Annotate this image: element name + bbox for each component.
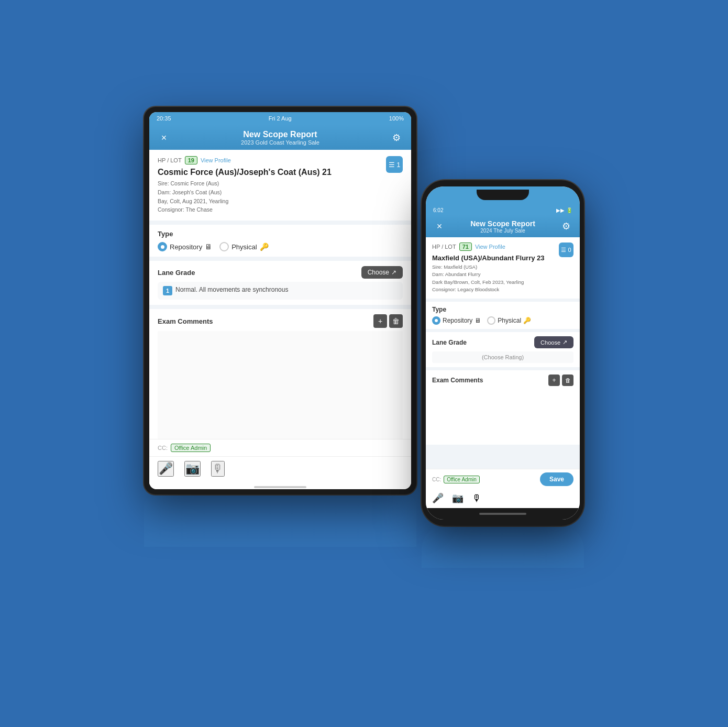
phone-reflection — [422, 526, 584, 568]
tablet-reflection — [144, 494, 416, 547]
phone-lot-badge: 71 — [459, 243, 472, 251]
phone-delete-comment-button[interactable]: 🗑 — [562, 374, 573, 386]
tablet-list-icon[interactable]: ☰ 1 — [386, 156, 403, 173]
phone-monitor-icon: 🖥 — [475, 317, 481, 324]
phone-add-del-buttons: + 🗑 — [548, 374, 573, 386]
tablet-toolbar: 🎤 📷 🎙 — [149, 456, 411, 485]
phone-voice-button[interactable]: 🎙 — [472, 493, 481, 504]
phone-hp-lot-label: HP / LOT — [432, 244, 456, 250]
tablet-repository-radio[interactable] — [158, 242, 167, 251]
tablet-type-options: Repository 🖥 Physical 🔑 — [158, 242, 403, 251]
phone-sire: Sire: Maxfield (USA) — [432, 263, 545, 271]
tablet-type-section: Type Repository 🖥 Physical 🔑 — [149, 225, 411, 257]
tablet-choose-button[interactable]: Choose ↗ — [361, 266, 403, 279]
tablet-repository-label: Repository — [170, 243, 202, 251]
tablet-content: HP / LOT 19 View Profile Cosmic Force (A… — [149, 150, 411, 439]
tablet-physical-radio[interactable] — [219, 242, 229, 251]
phone-list-icon[interactable]: ☰ 0 — [559, 243, 573, 257]
tablet-voice-button[interactable]: 🎙 — [211, 461, 225, 477]
tablet-lot-badge: 19 — [185, 156, 197, 164]
phone-notch — [477, 190, 529, 200]
phone-exam-comments-header: Exam Comments + 🗑 — [432, 374, 573, 386]
phone-voice-icon: 🎙 — [472, 493, 481, 503]
phone-view-profile-link[interactable]: View Profile — [475, 244, 505, 250]
phone-lane-grade-header: Lane Grade Choose ↗ — [432, 336, 573, 348]
tablet-camera-button[interactable]: 📷 — [184, 461, 201, 477]
phone-notch-area — [426, 186, 580, 205]
tablet-hp-lot-label: HP / LOT — [158, 157, 182, 163]
phone-repository-label: Repository — [443, 317, 472, 324]
tablet-exam-comments-section: Exam Comments + 🗑 — [149, 309, 411, 439]
tablet-status-bar: 20:35 Fri 2 Aug 100% — [149, 112, 411, 125]
phone-type-section: Type Repository 🖥 Physical 🔑 — [426, 302, 580, 329]
phone-add-comment-button[interactable]: + — [548, 374, 560, 386]
tablet-add-comment-button[interactable]: + — [373, 314, 387, 328]
tablet-cc-badge: Office Admin — [171, 444, 211, 452]
tablet-device: 20:35 Fri 2 Aug 100% × New Scope Report … — [144, 107, 416, 494]
tablet-footer: CC: Office Admin — [149, 439, 411, 456]
phone-dam: Dam: Abundant Flurry — [432, 271, 545, 278]
phone-status-bar: 6:02 ▶▶ 🔋 — [426, 205, 580, 215]
phone-cc-row: CC: Office Admin — [432, 476, 480, 483]
phone-type-options: Repository 🖥 Physical 🔑 — [432, 316, 573, 325]
phone-key-icon: 🔑 — [523, 317, 531, 324]
tablet-repository-option[interactable]: Repository 🖥 — [158, 242, 212, 251]
tablet-mic-icon: 🎤 — [159, 462, 173, 475]
tablet-dam: Dam: Joseph's Coat (Aus) — [158, 188, 332, 197]
phone-screen: 6:02 ▶▶ 🔋 × New Scope Report 2024 The Ju… — [426, 186, 580, 520]
phone-battery: ▶▶ 🔋 — [556, 207, 572, 213]
phone-save-button[interactable]: Save — [540, 472, 573, 486]
phone-footer: CC: Office Admin Save — [426, 469, 580, 489]
tablet-header: × New Scope Report 2023 Gold Coast Yearl… — [149, 125, 411, 150]
phone-choose-arrow-icon: ↗ — [562, 339, 567, 346]
tablet-mic-button[interactable]: 🎤 — [158, 461, 174, 477]
phone-hp-lot-row: HP / LOT 71 View Profile — [432, 243, 545, 251]
phone-settings-button[interactable]: ⚙ — [559, 219, 573, 234]
tablet-exam-comments-header: Exam Comments + 🗑 — [158, 314, 403, 328]
phone-camera-button[interactable]: 📷 — [452, 492, 464, 504]
phone-home-bar — [426, 508, 580, 520]
tablet-time: 20:35 — [157, 115, 171, 122]
phone-physical-option[interactable]: Physical 🔑 — [487, 316, 531, 325]
tablet-delete-comment-button[interactable]: 🗑 — [389, 314, 403, 328]
tablet-cc-label: CC: — [158, 445, 168, 451]
tablet-grade-display: 1 Normal. All movements are synchronous — [158, 282, 403, 300]
tablet-header-title: New Scope Report 2023 Gold Coast Yearlin… — [171, 130, 389, 146]
tablet-voice-icon: 🎙 — [212, 462, 224, 475]
phone-repository-option[interactable]: Repository 🖥 — [432, 316, 481, 325]
tablet-view-profile-link[interactable]: View Profile — [201, 157, 231, 163]
tablet-close-button[interactable]: × — [157, 130, 171, 145]
phone-horse-name: Maxfield (USA)/Abundant Flurry 23 — [432, 254, 545, 262]
phone-choose-rating: (Choose Rating) — [432, 351, 573, 363]
tablet-settings-button[interactable]: ⚙ — [389, 130, 404, 145]
phone-home-indicator — [479, 513, 526, 515]
tablet-choose-arrow-icon: ↗ — [391, 269, 396, 276]
tablet-cc-row: CC: Office Admin — [158, 444, 211, 452]
phone-sale-subtitle: 2024 The July Sale — [447, 228, 559, 234]
tablet-exam-comments-title: Exam Comments — [158, 317, 213, 325]
phone-camera-icon: 📷 — [452, 493, 464, 503]
phone-details: Dark Bay/Brown, Colt, Feb 2023, Yearling — [432, 279, 545, 286]
tablet-lane-grade-header: Lane Grade Choose ↗ — [158, 266, 403, 279]
phone-horse-section: HP / LOT 71 View Profile Maxfield (USA)/… — [426, 237, 580, 299]
phone-repository-radio[interactable] — [432, 316, 440, 325]
tablet-list-count: ☰ 1 — [389, 161, 401, 169]
tablet-monitor-icon: 🖥 — [205, 243, 212, 251]
phone-close-button[interactable]: × — [432, 219, 447, 234]
phone-device: 6:02 ▶▶ 🔋 × New Scope Report 2024 The Ju… — [422, 180, 584, 526]
phone-comments-area — [432, 388, 573, 440]
phone-lane-grade-section: Lane Grade Choose ↗ (Choose Rating) — [426, 332, 580, 367]
tablet-camera-icon: 📷 — [185, 462, 200, 475]
phone-physical-radio[interactable] — [487, 316, 495, 325]
phone-lane-grade-title: Lane Grade — [432, 339, 467, 346]
phone-report-title: New Scope Report — [447, 219, 559, 228]
phone-horse-details: Sire: Maxfield (USA) Dam: Abundant Flurr… — [432, 263, 545, 293]
phone-mic-button[interactable]: 🎤 — [432, 492, 444, 504]
tablet-physical-option[interactable]: Physical 🔑 — [219, 242, 268, 251]
phone-list-count: ☰ 0 — [561, 247, 571, 254]
phone-consignor: Consignor: Legacy Bloodstock — [432, 286, 545, 293]
tablet-type-label: Type — [158, 230, 403, 238]
phone-choose-button[interactable]: Choose ↗ — [534, 336, 573, 348]
phone-time: 6:02 — [433, 207, 443, 213]
phone-header: × New Scope Report 2024 The July Sale ⚙ — [426, 215, 580, 237]
